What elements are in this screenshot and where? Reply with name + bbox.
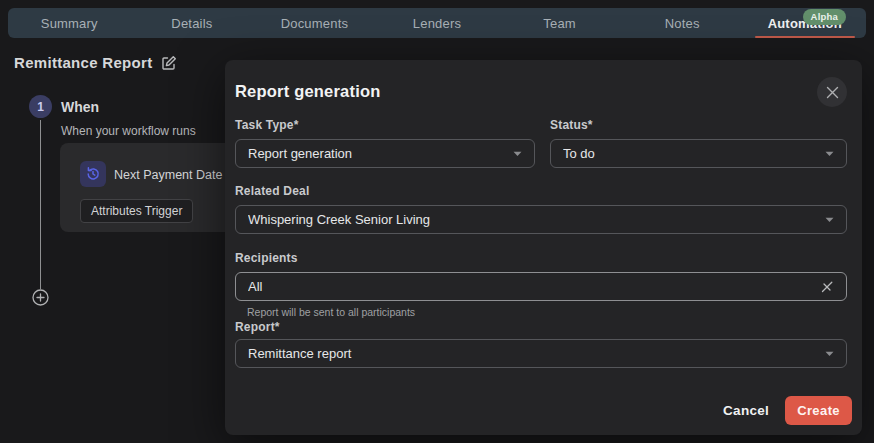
trigger-card[interactable]: Next Payment Date Attributes Trigger (60, 143, 238, 232)
chevron-down-icon (825, 217, 834, 223)
chevron-down-icon (825, 151, 834, 157)
tab-lenders[interactable]: Lenders (376, 8, 499, 38)
close-icon[interactable] (817, 77, 847, 107)
tab-label: Documents (281, 16, 349, 31)
step-number: 1 (37, 100, 44, 114)
task-type-value: Report generation (248, 146, 505, 161)
tab-bar: Summary Details Documents Lenders Team N… (8, 8, 866, 38)
recipients-field[interactable] (235, 272, 847, 301)
workflow-title-row: Remittance Report (14, 54, 177, 71)
chevron-down-icon (513, 151, 522, 157)
history-icon (80, 161, 106, 187)
related-deal-value: Whispering Creek Senior Living (248, 212, 817, 227)
chevron-down-icon (825, 351, 834, 357)
status-select[interactable]: To do (550, 139, 847, 168)
modal-footer: Cancel Create (723, 396, 852, 425)
step-subtitle: When your workflow runs (61, 124, 196, 138)
page-title: Remittance Report (14, 54, 152, 71)
task-type-label: Task Type* (235, 118, 299, 132)
related-deal-select[interactable]: Whispering Creek Senior Living (235, 205, 847, 234)
create-button[interactable]: Create (785, 396, 852, 425)
edit-icon[interactable] (161, 55, 177, 71)
cancel-button[interactable]: Cancel (723, 403, 769, 418)
active-tab-underline (755, 36, 855, 38)
task-type-select[interactable]: Report generation (235, 139, 535, 168)
related-deal-label: Related Deal (235, 184, 309, 198)
tab-label: Notes (665, 16, 700, 31)
alpha-badge: Alpha (803, 9, 846, 25)
recipients-label: Recipients (235, 251, 298, 265)
modal-title: Report generation (235, 82, 381, 101)
report-value: Remittance report (248, 346, 817, 361)
report-generation-modal: Report generation Task Type* Report gene… (225, 60, 862, 435)
plus-circle-icon[interactable] (32, 289, 49, 306)
tab-label: Summary (41, 16, 98, 31)
workflow-connector-line (40, 120, 41, 289)
recipients-input[interactable] (248, 279, 820, 294)
tab-label: Lenders (413, 16, 461, 31)
status-value: To do (563, 146, 817, 161)
attributes-trigger-chip[interactable]: Attributes Trigger (80, 199, 193, 223)
step-title: When (61, 99, 99, 115)
status-label: Status* (550, 118, 593, 132)
tab-details[interactable]: Details (131, 8, 254, 38)
recipients-helper-text: Report will be sent to all participants (247, 306, 415, 318)
tab-summary[interactable]: Summary (8, 8, 131, 38)
tab-documents[interactable]: Documents (253, 8, 376, 38)
report-select[interactable]: Remittance report (235, 339, 847, 368)
step-number-badge: 1 (29, 95, 52, 118)
clear-icon[interactable] (820, 280, 834, 294)
trigger-name: Next Payment Date (114, 168, 222, 182)
tab-notes[interactable]: Notes (621, 8, 744, 38)
report-label: Report* (235, 320, 280, 334)
tab-label: Details (171, 16, 212, 31)
tab-label: Team (543, 16, 576, 31)
tab-team[interactable]: Team (498, 8, 621, 38)
